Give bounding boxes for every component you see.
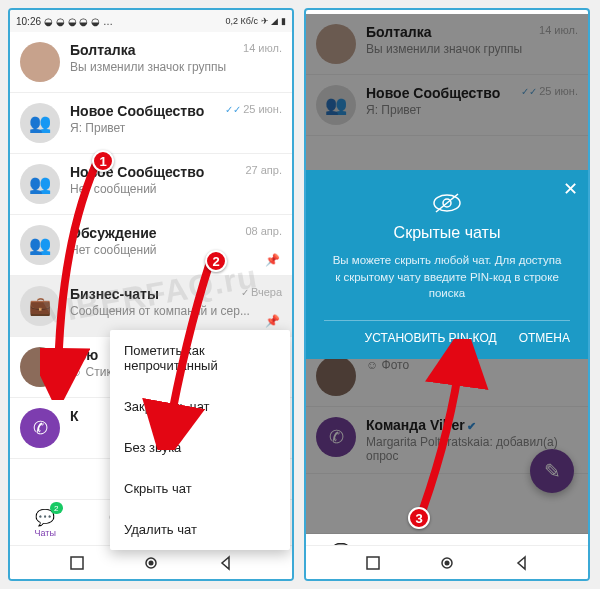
chat-item: Болталка Вы изменили значок группы 14 ию… [306, 14, 588, 75]
pin-icon: 📌 [265, 314, 280, 328]
dialog-title: Скрытые чаты [324, 224, 570, 242]
avatar: ✆ [20, 408, 60, 448]
pin-icon: 📌 [265, 253, 280, 267]
menu-item-hide-chat[interactable]: Скрыть чат [110, 468, 290, 509]
chat-subtitle: Я: Привет [70, 121, 282, 135]
compose-fab: ✎ [530, 449, 574, 493]
chat-time: ✓✓25 июн. [225, 103, 282, 115]
nav-label: Чаты [35, 528, 56, 538]
svg-point-8 [445, 560, 450, 565]
chat-time: 08 апр. [245, 225, 282, 237]
avatar [20, 42, 60, 82]
phone-left: 10:26 ◒ ◒ ◒ ◒ ◒ … 0,2 Кб/с ✈ ◢ ▮ Болталк… [8, 8, 294, 581]
android-nav [306, 545, 588, 579]
sys-home-icon[interactable] [439, 555, 455, 571]
annotation-arrow-1 [40, 140, 130, 400]
status-time: 10:26 [16, 16, 41, 27]
chat-time: ✓✓25 июн. [521, 85, 578, 97]
chat-subtitle: Вы изменили значок группы [366, 42, 578, 56]
nav-chats[interactable]: 💬 Чаты 2 [10, 500, 81, 545]
status-notif-icons: ◒ ◒ ◒ ◒ ◒ … [44, 16, 113, 27]
chat-item[interactable]: Болталка Вы изменили значок группы 14 ию… [10, 32, 292, 93]
chat-time: 27 апр. [245, 164, 282, 176]
annotation-3: 3 [408, 507, 430, 529]
svg-rect-6 [367, 557, 379, 569]
sys-recent-icon[interactable] [365, 555, 381, 571]
status-speed: 0,2 Кб/с [226, 16, 258, 26]
chat-time: ✓Вчера [241, 286, 282, 298]
dialog-divider [324, 320, 570, 321]
status-sys-icons: ✈ ◢ ▮ [261, 16, 286, 26]
svg-point-2 [149, 560, 154, 565]
avatar [316, 24, 356, 64]
close-icon[interactable]: ✕ [563, 178, 578, 200]
hidden-eye-icon [324, 192, 570, 218]
annotation-arrow-3 [411, 339, 501, 519]
annotation-arrow-2 [140, 250, 230, 450]
menu-item-delete-chat[interactable]: Удалить чат [110, 509, 290, 550]
avatar: 👥 [20, 103, 60, 143]
avatar [316, 356, 356, 396]
sys-recent-icon[interactable] [69, 555, 85, 571]
hidden-chats-dialog: ✕ Скрытые чаты Вы можете скрыть любой ча… [306, 170, 588, 359]
chat-time: 14 июл. [243, 42, 282, 54]
status-bar: 10:26 ◒ ◒ ◒ ◒ ◒ … 0,2 Кб/с ✈ ◢ ▮ [10, 10, 292, 32]
annotation-1: 1 [92, 150, 114, 172]
avatar: ✆ [316, 417, 356, 457]
sys-home-icon[interactable] [143, 555, 159, 571]
annotation-2: 2 [205, 250, 227, 272]
phone-right: Болталка Вы изменили значок группы 14 ию… [304, 8, 590, 581]
chat-item: 👥 Новое Сообщество Я: Привет ✓✓25 июн. [306, 75, 588, 136]
nav-badge: 2 [50, 502, 62, 514]
sys-back-icon[interactable] [514, 555, 530, 571]
svg-rect-0 [71, 557, 83, 569]
dialog-text: Вы можете скрыть любой чат. Для доступа … [324, 252, 570, 302]
avatar: 👥 [316, 85, 356, 125]
chat-subtitle: Я: Привет [366, 103, 578, 117]
sys-back-icon[interactable] [218, 555, 234, 571]
chat-time: 14 июл. [539, 24, 578, 36]
cancel-button[interactable]: ОТМЕНА [519, 331, 570, 345]
chat-subtitle: Вы изменили значок группы [70, 60, 282, 74]
android-nav [10, 545, 292, 579]
